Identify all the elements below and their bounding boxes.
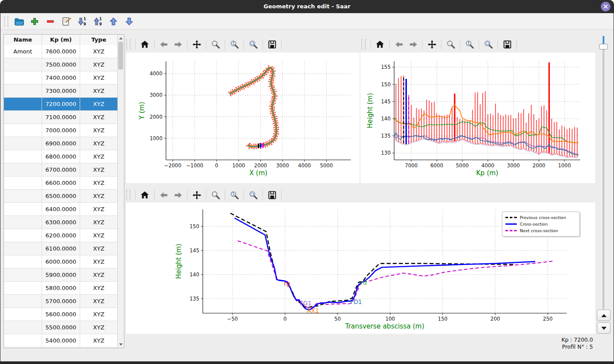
home-button[interactable] bbox=[138, 38, 152, 51]
table-row[interactable]: 6200.0000XYZ bbox=[4, 229, 118, 242]
table-cell bbox=[4, 71, 42, 84]
forward-button[interactable] bbox=[171, 38, 185, 51]
svg-text:9: 9 bbox=[99, 22, 102, 26]
pan-button[interactable] bbox=[190, 188, 204, 201]
table-row[interactable]: 7300.0000XYZ bbox=[4, 85, 118, 98]
table-cell bbox=[4, 190, 42, 202]
toolbar-separator bbox=[135, 190, 136, 200]
table-cell: 6100.0000 bbox=[42, 242, 80, 255]
table-row[interactable]: 5700.0000XYZ bbox=[4, 295, 118, 308]
toolbar-grip[interactable] bbox=[126, 190, 131, 200]
table-row[interactable]: 6300.0000XYZ bbox=[4, 216, 118, 229]
table-cell: 7500.0000 bbox=[42, 58, 80, 71]
scroll-down-button[interactable] bbox=[118, 341, 124, 347]
zoom-select-button[interactable] bbox=[481, 38, 495, 51]
forward-icon bbox=[408, 39, 418, 49]
table-row[interactable]: 7100.0000XYZ bbox=[4, 111, 118, 124]
zoom-button[interactable] bbox=[444, 38, 458, 51]
save-button[interactable] bbox=[265, 188, 279, 201]
column-header-kp[interactable]: Kp (m) bbox=[42, 35, 80, 45]
toolbar-separator bbox=[460, 39, 460, 49]
sort-descending-button[interactable]: 1 9 bbox=[75, 15, 88, 28]
forward-button[interactable] bbox=[171, 188, 185, 201]
svg-text:−2000: −2000 bbox=[164, 163, 181, 169]
toolbar-grip[interactable] bbox=[126, 39, 131, 49]
table-cell bbox=[4, 282, 42, 294]
table-row[interactable]: 6700.0000XYZ bbox=[4, 163, 118, 177]
table-row[interactable]: 5500.0000XYZ bbox=[4, 321, 118, 334]
table-row[interactable]: 7500.0000XYZ bbox=[4, 58, 118, 71]
save-button[interactable] bbox=[500, 38, 514, 51]
close-button[interactable] bbox=[601, 2, 610, 11]
pan-button[interactable] bbox=[425, 38, 439, 51]
table-cell: XYZ bbox=[80, 334, 118, 347]
column-header-name[interactable]: Name bbox=[4, 35, 42, 45]
plan-view-plot[interactable]: −2000−1000010002000300040005000100020003… bbox=[126, 53, 360, 183]
table-cell: XYZ bbox=[80, 124, 118, 137]
remove-row-button[interactable] bbox=[44, 15, 57, 28]
table-cell: 7600.0000 bbox=[42, 45, 80, 58]
table-scrollbar[interactable] bbox=[117, 35, 124, 348]
scroll-up-button[interactable] bbox=[118, 35, 124, 41]
table-cell bbox=[4, 242, 42, 255]
zoom-one-button[interactable]: 1 bbox=[462, 38, 476, 51]
forward-button[interactable] bbox=[406, 38, 420, 51]
table-cell: XYZ bbox=[80, 45, 118, 58]
table-row[interactable]: Amont7600.0000XYZ bbox=[4, 45, 118, 58]
table-cell: XYZ bbox=[80, 163, 118, 176]
table-row[interactable]: 5900.0000XYZ bbox=[4, 269, 118, 282]
scrollbar-thumb[interactable] bbox=[118, 42, 123, 70]
zoom-select-button[interactable] bbox=[246, 188, 260, 201]
back-button[interactable] bbox=[157, 38, 171, 51]
zoom-one-button[interactable]: 1 bbox=[227, 188, 241, 201]
section-slider-handle[interactable] bbox=[599, 44, 608, 49]
move-down-button[interactable] bbox=[123, 15, 136, 28]
table-row[interactable]: 6500.0000XYZ bbox=[4, 190, 118, 203]
svg-text:5000: 5000 bbox=[456, 163, 469, 169]
zoom-one-button[interactable]: 1 bbox=[227, 38, 241, 51]
table-cell: XYZ bbox=[80, 71, 118, 84]
back-button[interactable] bbox=[157, 188, 171, 201]
svg-text:2000: 2000 bbox=[254, 163, 267, 169]
zoom-icon bbox=[211, 190, 221, 200]
sort-ascending-button[interactable]: 1 9 bbox=[91, 15, 104, 28]
table-row[interactable]: 6000.0000XYZ bbox=[4, 255, 118, 269]
column-header-type[interactable]: Type bbox=[80, 35, 118, 45]
longitudinal-profile-plot[interactable]: 7000600050004000300020001000130135140145… bbox=[360, 53, 595, 183]
home-button[interactable] bbox=[138, 188, 152, 201]
move-up-button[interactable] bbox=[107, 15, 120, 28]
table-row[interactable]: 7400.0000XYZ bbox=[4, 71, 118, 85]
status-readout: Kp : 7200.0 Profil N° : 5 bbox=[561, 336, 593, 350]
table-row[interactable]: 6900.0000XYZ bbox=[4, 137, 118, 150]
titlebar[interactable]: Geometry reach edit - Saar bbox=[0, 0, 614, 13]
table-row[interactable]: 7200.0000XYZ bbox=[4, 98, 118, 111]
next-section-button[interactable] bbox=[597, 322, 610, 334]
zoom-select-button[interactable] bbox=[246, 38, 260, 51]
back-button[interactable] bbox=[392, 38, 406, 51]
table-row[interactable]: 6600.0000XYZ bbox=[4, 177, 118, 190]
svg-text:145: 145 bbox=[190, 247, 199, 254]
table-row[interactable]: 5800.0000XYZ bbox=[4, 282, 118, 295]
table-row[interactable]: 5600.0000XYZ bbox=[4, 308, 118, 321]
section-slider[interactable] bbox=[603, 36, 604, 309]
edit-row-button[interactable] bbox=[60, 15, 73, 28]
table-row[interactable]: 6800.0000XYZ bbox=[4, 150, 118, 163]
add-row-button[interactable] bbox=[28, 15, 41, 28]
table-row[interactable]: 6400.0000XYZ bbox=[4, 203, 118, 216]
save-button[interactable] bbox=[265, 38, 279, 51]
home-button[interactable] bbox=[373, 38, 387, 51]
table-row[interactable]: 6100.0000XYZ bbox=[4, 242, 118, 255]
open-folder-button[interactable] bbox=[12, 15, 25, 28]
table-row[interactable]: 5400.0000XYZ bbox=[4, 334, 118, 347]
svg-text:rg: rg bbox=[284, 280, 290, 287]
forward-icon bbox=[173, 39, 183, 49]
table-cell: 6000.0000 bbox=[42, 255, 80, 268]
pan-button[interactable] bbox=[190, 38, 204, 51]
toolbar-grip[interactable] bbox=[361, 39, 366, 49]
table-row[interactable]: 7000.0000XYZ bbox=[4, 124, 118, 137]
previous-section-button[interactable] bbox=[597, 310, 610, 321]
toolbar-grip[interactable] bbox=[4, 16, 8, 27]
zoom-button[interactable] bbox=[208, 188, 222, 201]
zoom-button[interactable] bbox=[208, 38, 222, 51]
app-window: Geometry reach edit - Saar bbox=[0, 0, 614, 364]
